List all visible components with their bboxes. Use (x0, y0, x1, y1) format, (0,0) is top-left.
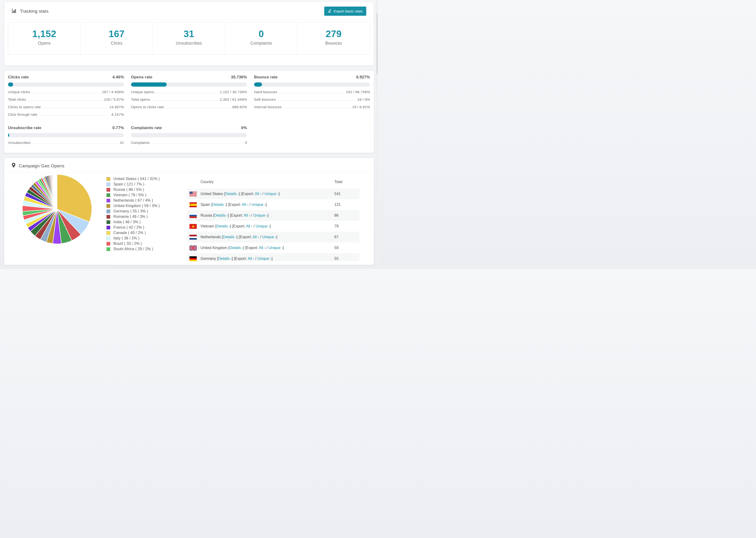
export-all-link[interactable]: All › (242, 202, 248, 207)
details-link[interactable]: Details › (214, 213, 228, 217)
rate-value: 4.46% (112, 75, 124, 80)
legend-item-romania[interactable]: Romania ( 49 / 3% ) (106, 215, 160, 219)
export-unique-link[interactable]: Unique › (264, 192, 279, 196)
legend-swatch (106, 198, 110, 202)
page-title: Tracking stats (12, 8, 49, 14)
geo-table-row-de: Germany [Details ›] [Export: All › / Uni… (187, 253, 359, 261)
legend-label: South Africa ( 29 / 2% ) (113, 247, 153, 251)
legend-label: Vietnam ( 79 / 5% ) (113, 193, 146, 197)
geo-table-header-row: Country Total (187, 175, 359, 188)
bracket: ] (270, 224, 271, 228)
legend-item-germany[interactable]: Germany ( 55 / 3% ) (106, 209, 160, 213)
rate-panel-opens: Opens rate30.736%Unique opens1,152 / 30.… (131, 75, 247, 117)
total-value: 541 (334, 192, 359, 196)
legend-item-united-kingdom[interactable]: United Kingdom ( 59 / 3% ) (106, 204, 160, 208)
export-prefix: ] [Export: (239, 192, 255, 196)
export-all-link[interactable]: All › (248, 256, 254, 260)
legend-item-india[interactable]: India ( 46 / 3% ) (106, 220, 160, 224)
total-value: 67 (334, 235, 359, 239)
legend-item-brazil[interactable]: Brazil ( 33 / 2% ) (106, 242, 160, 246)
legend-item-france[interactable]: France ( 42 / 2% ) (106, 225, 160, 230)
legend-item-spain[interactable]: Spain ( 121 / 7% ) (106, 182, 160, 187)
export-unique-link[interactable]: Unique › (253, 213, 267, 217)
page-scrollbar-thumb[interactable] (376, 13, 378, 74)
export-all-link[interactable]: All › (255, 192, 261, 196)
export-unique-link[interactable]: Unique › (262, 235, 276, 239)
legend-label: Russia ( 86 / 5% ) (113, 188, 144, 192)
export-all-link[interactable]: All › (244, 213, 250, 217)
campaign-geo-opens-card: Campaign Geo Opens United States ( 541 /… (4, 158, 374, 265)
country-name: United Kingdom (200, 246, 228, 250)
bracket: ] (279, 192, 280, 196)
export-unique-link[interactable]: Unique › (257, 256, 271, 260)
legend-swatch (106, 242, 110, 246)
bar-chart-icon (12, 8, 17, 14)
geo-table-body: United States [Details ›] [Export: All ›… (187, 188, 359, 261)
rate-title: Bounce rate (254, 75, 278, 80)
export-all-link[interactable]: All › (252, 235, 259, 239)
legend-item-vietnam[interactable]: Vietnam ( 79 / 5% ) (106, 193, 160, 197)
stat-card-bounces: 279Bounces (297, 22, 370, 54)
legend-item-italy[interactable]: Italy ( 36 / 2% ) (106, 236, 160, 241)
export-icon (328, 9, 332, 13)
slash: / (248, 202, 251, 207)
slash: / (266, 246, 269, 250)
legend-item-netherlands[interactable]: Netherlands ( 67 / 4% ) (106, 198, 160, 202)
legend-item-united-states[interactable]: United States ( 541 / 31% ) (106, 177, 160, 181)
legend-item-canada[interactable]: Canada ( 40 / 2% ) (106, 231, 160, 235)
country-flag-gb (189, 245, 200, 250)
details-link[interactable]: Details › (218, 256, 232, 260)
bracket: ] (267, 213, 268, 217)
rate-row-label: Total clicks (8, 97, 26, 102)
tracking-stats-header: Tracking stats Export basic stats (8, 2, 370, 20)
dotted-leader (166, 108, 230, 108)
export-prefix: ] [Export: (228, 213, 244, 217)
details-link[interactable]: Details › (229, 246, 243, 250)
summary-stats-row: 1,152Opens167Clicks31Unsubscribes0Compla… (8, 22, 370, 54)
export-all-link[interactable]: All › (246, 224, 253, 228)
legend-swatch (106, 220, 110, 224)
rate-detail-row: Complaints0 (131, 140, 247, 145)
country-name: Vietnam (200, 224, 215, 228)
bracket: ] (271, 256, 272, 260)
country-flag-nl (189, 235, 200, 240)
rate-row-label: Click through rate (8, 112, 37, 117)
export-unique-link[interactable]: Unique › (251, 202, 266, 207)
page-bottom-blur (113, 266, 242, 269)
rate-row-value: 167 / 4.456% (102, 90, 124, 94)
stat-value: 31 (184, 28, 194, 39)
stat-label: Clicks (111, 41, 122, 46)
export-all-link[interactable]: All › (259, 246, 266, 250)
country-cell: Netherlands [Details ›] [Export: All › /… (200, 235, 334, 239)
geo-opens-pie-chart[interactable] (22, 174, 92, 244)
bracket: ] (276, 235, 277, 239)
country-cell: United Kingdom [Details ›] [Export: All … (200, 246, 334, 250)
details-link[interactable]: Details › (216, 224, 230, 228)
export-unique-link[interactable]: Unique › (269, 246, 283, 250)
details-link[interactable]: Details › (223, 235, 237, 239)
rate-detail-row: Clicks to opens rate14.497% (8, 105, 124, 109)
details-link[interactable]: Details › (225, 192, 239, 196)
country-cell: Spain [Details ›] [Export: All › / Uniqu… (200, 202, 334, 207)
dotted-leader (43, 108, 107, 108)
country-cell: Vietnam [Details ›] [Export: All › / Uni… (200, 224, 334, 228)
legend-item-russia[interactable]: Russia ( 86 / 5% ) (106, 188, 160, 192)
legend-label: United Kingdom ( 59 / 3% ) (113, 204, 160, 208)
dotted-leader (152, 100, 218, 101)
details-link[interactable]: Details › (212, 202, 226, 207)
rate-row-value: 689.82% (232, 105, 247, 109)
progress-bar (131, 82, 247, 86)
country-name: United States (200, 192, 224, 196)
export-unique-link[interactable]: Unique › (256, 224, 270, 228)
rate-row-value: 14.497% (109, 105, 124, 109)
legend-item-south-africa[interactable]: South Africa ( 29 / 2% ) (106, 247, 160, 251)
total-value: 86 (334, 213, 359, 218)
country-flag-ru (189, 213, 200, 218)
slash: / (250, 213, 253, 217)
export-basic-stats-button[interactable]: Export basic stats (324, 7, 366, 16)
rate-title: Complaints rate (131, 126, 162, 130)
total-value: 121 (334, 202, 359, 207)
rate-row-label: Internal bounces (254, 105, 282, 109)
page-title-label: Tracking stats (20, 9, 49, 14)
rate-value: 6.927% (356, 75, 370, 80)
